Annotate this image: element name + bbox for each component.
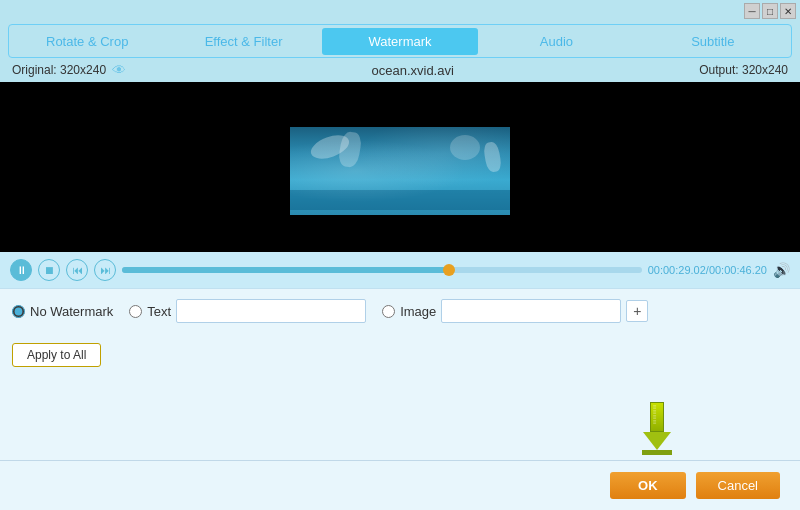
- text-watermark-input[interactable]: [176, 299, 366, 323]
- download-arrow-decoration: ≡≡≡≡: [642, 402, 672, 455]
- text-watermark-group: Text: [129, 299, 366, 323]
- apply-to-all-button[interactable]: Apply to All: [12, 343, 101, 367]
- tab-subtitle[interactable]: Subtitle: [635, 28, 791, 55]
- no-watermark-label[interactable]: No Watermark: [30, 304, 113, 319]
- controls-bar: ⏸ ⏹ ⏮ ⏭ 00:00:29.02/00:00:46.20 🔊: [0, 252, 800, 288]
- arrow-head: [643, 432, 671, 450]
- eye-icon[interactable]: 👁: [112, 62, 126, 78]
- footer: OK Cancel: [0, 460, 800, 510]
- progress-fill: [122, 267, 449, 273]
- tab-effect-filter[interactable]: Effect & Filter: [165, 28, 321, 55]
- arrow-base: [642, 450, 672, 455]
- volume-icon[interactable]: 🔊: [773, 262, 790, 278]
- arrow-shaft: ≡≡≡≡: [650, 402, 664, 432]
- close-button[interactable]: ✕: [780, 3, 796, 19]
- video-preview: [290, 85, 510, 250]
- info-bar: Original: 320x240 👁 ocean.xvid.avi Outpu…: [0, 58, 800, 82]
- minimize-button[interactable]: ─: [744, 3, 760, 19]
- image-watermark-radio[interactable]: [382, 305, 395, 318]
- ok-button[interactable]: OK: [610, 472, 686, 499]
- add-image-button[interactable]: +: [626, 300, 648, 322]
- image-watermark-group: Image +: [382, 299, 648, 323]
- image-watermark-label[interactable]: Image: [400, 304, 436, 319]
- pause-button[interactable]: ⏸: [10, 259, 32, 281]
- no-watermark-radio[interactable]: [12, 305, 25, 318]
- no-watermark-group: No Watermark: [12, 304, 113, 319]
- tabs-bar: Rotate & Crop Effect & Filter Watermark …: [8, 24, 792, 58]
- arrow-lines: ≡≡≡≡: [653, 405, 657, 425]
- text-watermark-radio[interactable]: [129, 305, 142, 318]
- video-black-bottom: [290, 215, 510, 250]
- progress-thumb: [443, 264, 455, 276]
- apply-section: Apply to All: [0, 333, 800, 377]
- tab-audio[interactable]: Audio: [478, 28, 634, 55]
- progress-track[interactable]: [122, 267, 642, 273]
- original-size-label: Original: 320x240: [12, 63, 106, 77]
- video-black-top: [290, 85, 510, 127]
- video-preview-container: [0, 82, 800, 252]
- image-watermark-input[interactable]: [441, 299, 621, 323]
- next-button[interactable]: ⏭: [94, 259, 116, 281]
- tab-rotate-crop[interactable]: Rotate & Crop: [9, 28, 165, 55]
- prev-button[interactable]: ⏮: [66, 259, 88, 281]
- watermark-options: No Watermark Text Image +: [0, 288, 800, 333]
- text-watermark-label[interactable]: Text: [147, 304, 171, 319]
- title-bar: ─ □ ✕: [0, 0, 800, 22]
- output-size-label: Output: 320x240: [699, 63, 788, 77]
- tab-watermark[interactable]: Watermark: [322, 28, 478, 55]
- time-display: 00:00:29.02/00:00:46.20: [648, 264, 767, 276]
- cancel-button[interactable]: Cancel: [696, 472, 780, 499]
- maximize-button[interactable]: □: [762, 3, 778, 19]
- ocean-scene: [290, 127, 510, 215]
- stop-button[interactable]: ⏹: [38, 259, 60, 281]
- filename-label: ocean.xvid.avi: [371, 63, 453, 78]
